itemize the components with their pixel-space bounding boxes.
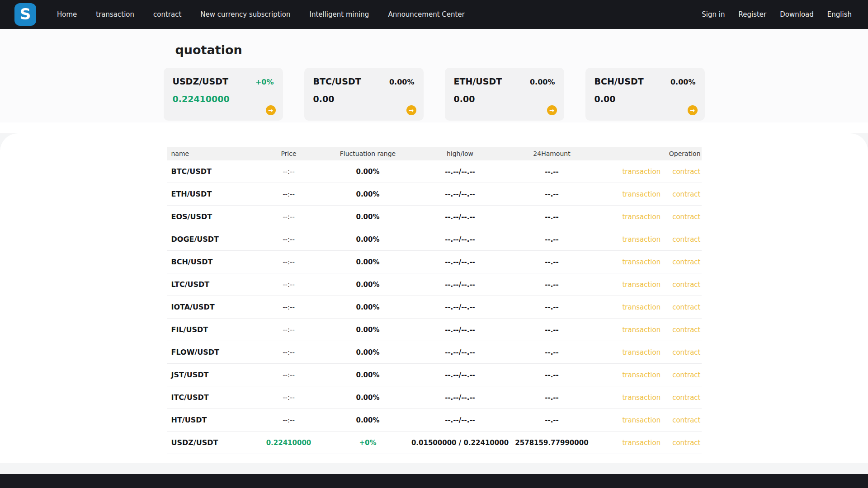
- nav-item-english[interactable]: English: [827, 10, 852, 19]
- brand-logo-icon[interactable]: S: [14, 3, 36, 26]
- market-table: name Price Fluctuation range high/low 24…: [167, 147, 702, 454]
- nav-item-register[interactable]: Register: [739, 10, 767, 19]
- pair-fluctuation: +0%: [327, 439, 409, 447]
- pair-high-low: --.--/--.--: [409, 326, 512, 334]
- nav-item-new-currency-subscription[interactable]: New currency subscription: [200, 10, 290, 19]
- pair-price: --:--: [250, 303, 327, 311]
- nav-item-announcement-center[interactable]: Announcement Center: [388, 10, 464, 19]
- table-row: ITC/USDT --:-- 0.00% --.--/--.-- --.-- t…: [167, 386, 702, 409]
- ticker-card[interactable]: USDZ/USDT +0% 0.22410000 →: [164, 68, 283, 121]
- arrow-circle-icon[interactable]: →: [547, 105, 557, 115]
- transaction-link[interactable]: transaction: [622, 348, 660, 357]
- card-symbol: ETH/USDT: [454, 76, 502, 86]
- table-row: EOS/USDT --:-- 0.00% --.--/--.-- --.-- t…: [167, 206, 702, 228]
- pair-high-low: --.--/--.--: [409, 416, 512, 424]
- card-price: 0.22410000: [173, 94, 274, 104]
- nav-item-transaction[interactable]: transaction: [96, 10, 134, 19]
- pair-fluctuation: 0.00%: [327, 326, 409, 334]
- pair-price: --:--: [250, 416, 327, 424]
- pair-24h-amount: --.--: [512, 348, 592, 357]
- transaction-link[interactable]: transaction: [622, 303, 660, 311]
- contract-link[interactable]: contract: [672, 258, 700, 266]
- pair-fluctuation: 0.00%: [327, 371, 409, 379]
- transaction-link[interactable]: transaction: [622, 326, 660, 334]
- card-price: 0.00: [313, 94, 415, 104]
- pair-fluctuation: 0.00%: [327, 213, 409, 221]
- contract-link[interactable]: contract: [672, 190, 700, 198]
- pair-high-low: --.--/--.--: [409, 190, 512, 198]
- table-row: LTC/USDT --:-- 0.00% --.--/--.-- --.-- t…: [167, 273, 702, 296]
- nav-item-home[interactable]: Home: [57, 10, 77, 19]
- contract-link[interactable]: contract: [672, 416, 700, 424]
- pair-24h-amount: --.--: [512, 213, 592, 221]
- pair-fluctuation: 0.00%: [327, 168, 409, 176]
- transaction-link[interactable]: transaction: [622, 190, 660, 198]
- arrow-circle-icon[interactable]: →: [406, 105, 416, 115]
- card-symbol: BCH/USDT: [594, 76, 644, 86]
- contract-link[interactable]: contract: [672, 235, 700, 244]
- contract-link[interactable]: contract: [672, 394, 700, 402]
- table-header-row: name Price Fluctuation range high/low 24…: [167, 147, 702, 160]
- ticker-card[interactable]: ETH/USDT 0.00% 0.00 →: [445, 68, 564, 121]
- pair-24h-amount: --.--: [512, 303, 592, 311]
- card-symbol: USDZ/USDT: [173, 76, 228, 86]
- transaction-link[interactable]: transaction: [622, 213, 660, 221]
- table-body: BTC/USDT --:-- 0.00% --.--/--.-- --.-- t…: [167, 160, 702, 454]
- arrow-circle-icon[interactable]: →: [266, 105, 276, 115]
- pair-high-low: --.--/--.--: [409, 348, 512, 357]
- pair-name: JST/USDT: [167, 371, 250, 379]
- main-menu: HometransactioncontractNew currency subs…: [57, 10, 465, 19]
- transaction-link[interactable]: transaction: [622, 371, 660, 379]
- transaction-link[interactable]: transaction: [622, 394, 660, 402]
- pair-fluctuation: 0.00%: [327, 235, 409, 244]
- transaction-link[interactable]: transaction: [622, 281, 660, 289]
- contract-link[interactable]: contract: [672, 348, 700, 357]
- market-section: name Price Fluctuation range high/low 24…: [0, 133, 868, 474]
- col-header-24h-amount: 24Hamount: [512, 150, 592, 157]
- pair-fluctuation: 0.00%: [327, 258, 409, 266]
- pair-24h-amount: --.--: [512, 235, 592, 244]
- pair-name: FIL/USDT: [167, 325, 250, 334]
- contract-link[interactable]: contract: [672, 439, 700, 447]
- pair-name: BCH/USDT: [167, 258, 250, 266]
- ticker-card[interactable]: BTC/USDT 0.00% 0.00 →: [304, 68, 424, 121]
- nav-item-intelligent-mining[interactable]: Intelligent mining: [309, 10, 369, 19]
- nav-item-download[interactable]: Download: [780, 10, 814, 19]
- transaction-link[interactable]: transaction: [622, 258, 660, 266]
- page-footer: [0, 474, 868, 488]
- contract-link[interactable]: contract: [672, 213, 700, 221]
- contract-link[interactable]: contract: [672, 303, 700, 311]
- ticker-cards: USDZ/USDT +0% 0.22410000 → BTC/USDT 0.00…: [164, 68, 705, 121]
- pair-24h-amount: --.--: [512, 190, 592, 198]
- pair-name: DOGE/USDT: [167, 235, 250, 244]
- pair-name: BTC/USDT: [167, 167, 250, 176]
- pair-high-low: --.--/--.--: [409, 281, 512, 289]
- pair-price: --:--: [250, 190, 327, 198]
- table-row: JST/USDT --:-- 0.00% --.--/--.-- --.-- t…: [167, 364, 702, 386]
- transaction-link[interactable]: transaction: [622, 439, 660, 447]
- contract-link[interactable]: contract: [672, 326, 700, 334]
- nav-item-contract[interactable]: contract: [153, 10, 181, 19]
- pair-high-low: --.--/--.--: [409, 235, 512, 244]
- pair-name: ETH/USDT: [167, 190, 250, 198]
- col-header-price: Price: [250, 150, 327, 157]
- contract-link[interactable]: contract: [672, 371, 700, 379]
- contract-link[interactable]: contract: [672, 168, 700, 176]
- card-change: 0.00%: [389, 78, 415, 86]
- ticker-card[interactable]: BCH/USDT 0.00% 0.00 →: [585, 68, 705, 121]
- card-symbol: BTC/USDT: [313, 76, 361, 86]
- transaction-link[interactable]: transaction: [622, 416, 660, 424]
- top-nav: S HometransactioncontractNew currency su…: [0, 0, 868, 29]
- nav-item-sign-in[interactable]: Sign in: [702, 10, 725, 19]
- pair-fluctuation: 0.00%: [327, 281, 409, 289]
- pair-price: --:--: [250, 281, 327, 289]
- card-change: 0.00%: [670, 78, 696, 86]
- table-row: IOTA/USDT --:-- 0.00% --.--/--.-- --.-- …: [167, 296, 702, 319]
- table-row: FIL/USDT --:-- 0.00% --.--/--.-- --.-- t…: [167, 319, 702, 341]
- arrow-circle-icon[interactable]: →: [688, 105, 698, 115]
- contract-link[interactable]: contract: [672, 281, 700, 289]
- table-row: FLOW/USDT --:-- 0.00% --.--/--.-- --.-- …: [167, 341, 702, 364]
- transaction-link[interactable]: transaction: [622, 168, 660, 176]
- pair-fluctuation: 0.00%: [327, 394, 409, 402]
- transaction-link[interactable]: transaction: [622, 235, 660, 244]
